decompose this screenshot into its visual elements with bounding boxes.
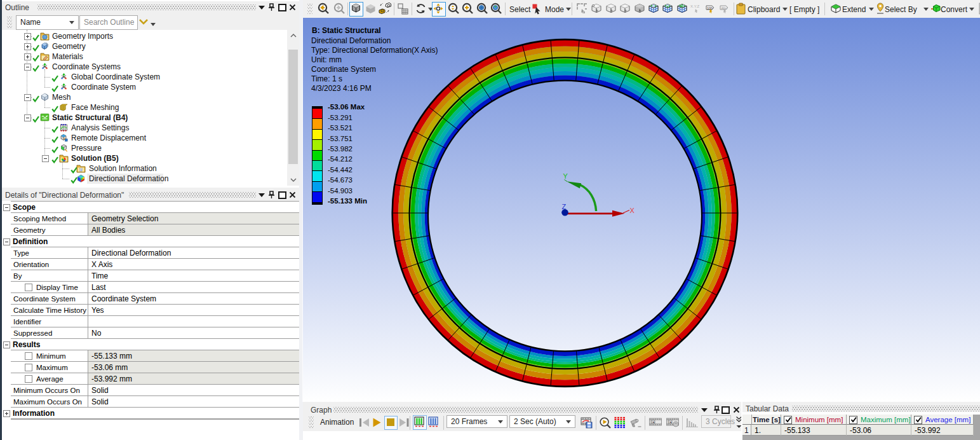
svg-text:X: X [630, 207, 635, 214]
svg-text:Y: Y [563, 172, 568, 180]
svg-text:X.Y.Z: X.Y.Z [690, 4, 700, 8]
svg-text:100: 100 [707, 6, 713, 10]
svg-text:D▶: D▶ [669, 421, 673, 423]
svg-text:D▶: D▶ [652, 421, 655, 423]
svg-text:Z: Z [562, 203, 567, 210]
